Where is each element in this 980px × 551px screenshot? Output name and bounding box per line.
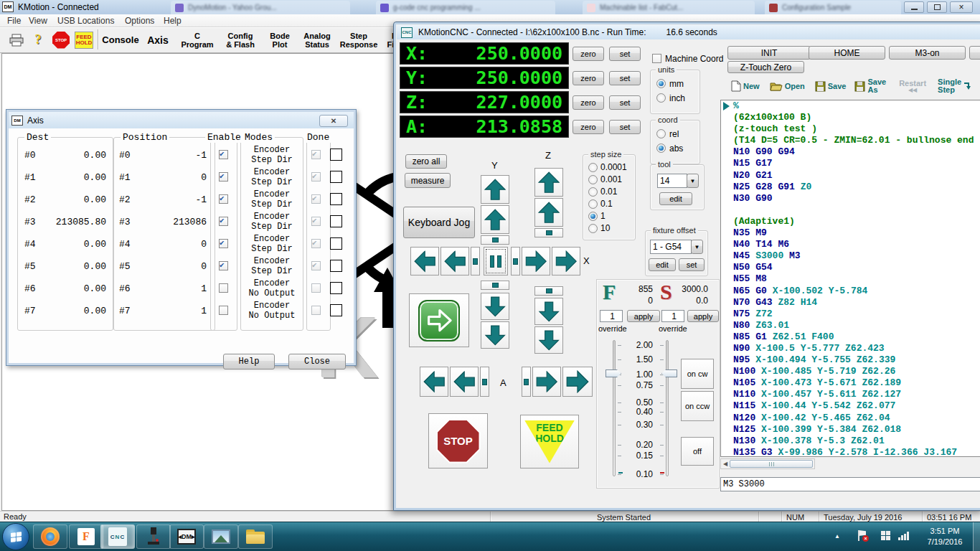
jog-y-plus-fast-button[interactable] bbox=[481, 175, 509, 204]
enable-checkbox[interactable] bbox=[219, 194, 228, 204]
jog-pause-button[interactable] bbox=[484, 247, 508, 276]
network-icon[interactable] bbox=[898, 532, 910, 540]
browser-tab[interactable]: Machinable list - FabCut... bbox=[583, 1, 755, 14]
new-button[interactable]: New bbox=[731, 80, 760, 92]
menu-file[interactable]: File bbox=[4, 15, 24, 27]
toolbar-bode-plot[interactable]: Bode Plot bbox=[264, 29, 296, 51]
init-button[interactable]: INIT bbox=[727, 46, 811, 60]
enable-checkbox[interactable] bbox=[219, 306, 228, 315]
jog-z-plus-slow-button[interactable] bbox=[534, 198, 563, 227]
jog-z-plus-step-button[interactable] bbox=[534, 228, 563, 237]
set-y-button[interactable]: set bbox=[609, 71, 641, 85]
help-button[interactable]: Help bbox=[223, 354, 275, 369]
cycle-start-button[interactable] bbox=[409, 293, 469, 347]
toolbar-analog-status[interactable]: Analog Status bbox=[298, 29, 336, 51]
enable-checkbox[interactable] bbox=[219, 283, 228, 293]
jog-x-minus-slow-button[interactable] bbox=[440, 247, 469, 276]
zero-a-button[interactable]: zero bbox=[573, 120, 604, 134]
zero-z-button[interactable]: zero bbox=[573, 95, 604, 110]
units-mm-radio[interactable] bbox=[656, 79, 666, 88]
jog-x-minus-fast-button[interactable] bbox=[410, 247, 439, 276]
zero-all-button[interactable]: zero all bbox=[405, 154, 447, 169]
tool-dropdown-button[interactable]: ▼ bbox=[687, 174, 699, 188]
spindle-off-button[interactable]: off bbox=[681, 437, 714, 466]
menu-view[interactable]: View bbox=[26, 15, 50, 27]
jog-a-minus-step-button[interactable] bbox=[480, 367, 489, 397]
zero-x-button[interactable]: zero bbox=[573, 47, 604, 61]
enable-checkbox[interactable] bbox=[219, 217, 228, 226]
jog-a-plus-slow-button[interactable] bbox=[532, 367, 561, 397]
z-touch-zero-button[interactable]: Z-Touch Zero bbox=[727, 61, 804, 73]
show-desktop-button[interactable] bbox=[973, 522, 980, 551]
machine-coord-checkbox[interactable] bbox=[652, 54, 661, 63]
toolbar-c-program[interactable]: C Program bbox=[178, 29, 217, 51]
menu-help[interactable]: Help bbox=[161, 15, 184, 27]
jog-y-minus-step-button[interactable] bbox=[481, 281, 509, 290]
browser-tab[interactable]: g-code cnc programming ... bbox=[376, 1, 555, 14]
spindle-on-ccw-button[interactable]: on ccw bbox=[681, 391, 714, 421]
fixture-set-button[interactable]: set bbox=[679, 258, 705, 271]
restart-button[interactable]: Restart ◀◀ bbox=[899, 80, 926, 93]
enable-checkbox[interactable] bbox=[219, 172, 228, 182]
home-button[interactable]: HOME bbox=[809, 46, 885, 60]
taskbar-kmotion-button[interactable]: ◂DM▸ bbox=[169, 524, 204, 549]
gcode-hscrollbar[interactable]: ◀ bbox=[720, 458, 815, 469]
jog-x-plus-fast-button[interactable] bbox=[552, 247, 580, 276]
enable-checkbox[interactable] bbox=[219, 239, 228, 248]
coord-abs-radio[interactable] bbox=[656, 143, 666, 153]
jog-y-minus-slow-button[interactable] bbox=[481, 293, 509, 320]
help-button[interactable]: ? bbox=[30, 29, 46, 51]
menu-usb-locations[interactable]: USB Locations bbox=[55, 15, 117, 27]
jog-a-plus-step-button[interactable] bbox=[522, 367, 531, 397]
jog-y-plus-step-button[interactable] bbox=[481, 235, 509, 245]
axis-dialog-close-button[interactable]: ✕ bbox=[319, 115, 348, 127]
set-a-button[interactable]: set bbox=[609, 120, 641, 134]
save-as-button[interactable]: Save As bbox=[854, 78, 886, 94]
jog-z-minus-fast-button[interactable] bbox=[534, 326, 563, 354]
print-button[interactable] bbox=[7, 29, 26, 51]
jog-z-minus-slow-button[interactable] bbox=[534, 298, 563, 325]
tool-edit-button[interactable]: edit bbox=[659, 192, 692, 205]
windows-update-tray-icon[interactable] bbox=[881, 531, 890, 540]
toolbar-config-flash[interactable]: Config & Flash bbox=[220, 29, 261, 51]
action-center-flag-icon[interactable]: × bbox=[858, 530, 868, 542]
step-0p001-radio[interactable] bbox=[588, 175, 598, 184]
taskbar-photo-viewer-button[interactable] bbox=[204, 524, 238, 549]
step-1-radio[interactable] bbox=[588, 212, 598, 221]
open-button[interactable]: Open bbox=[770, 81, 805, 91]
step-0p1-radio[interactable] bbox=[588, 199, 598, 209]
set-z-button[interactable]: set bbox=[609, 95, 641, 110]
menu-options[interactable]: Options bbox=[122, 15, 157, 27]
single-step-button[interactable]: Single Step bbox=[938, 78, 971, 94]
step-0p0001-radio[interactable] bbox=[588, 163, 598, 172]
step-0p01-radio[interactable] bbox=[588, 187, 598, 197]
jog-z-plus-fast-button[interactable] bbox=[534, 168, 563, 197]
save-button[interactable]: Save bbox=[815, 81, 847, 92]
jog-y-minus-fast-button[interactable] bbox=[481, 321, 509, 349]
maximize-button[interactable] bbox=[927, 1, 947, 13]
browser-tab[interactable]: Configuration Sample bbox=[765, 1, 901, 14]
coord-rel-radio[interactable] bbox=[656, 129, 666, 138]
taskbar-firefox-button[interactable] bbox=[33, 524, 67, 549]
jog-a-minus-fast-button[interactable] bbox=[420, 367, 448, 397]
partial-macro-button[interactable] bbox=[969, 46, 980, 60]
gcode-viewer[interactable]: %(62x100x100 B)(z-touch test )(T14 D=5 C… bbox=[720, 100, 980, 457]
close-button[interactable]: × bbox=[950, 1, 973, 13]
stop-all-button[interactable]: STOP bbox=[50, 29, 72, 51]
feed-hold-button[interactable]: FEED HOLD bbox=[520, 415, 579, 468]
toolbar-console[interactable]: Console bbox=[100, 29, 141, 51]
close-button[interactable]: Close bbox=[288, 354, 346, 369]
taskbar-fusion360-button[interactable]: F bbox=[69, 524, 103, 549]
enable-checkbox[interactable] bbox=[219, 150, 228, 159]
step-10-radio[interactable] bbox=[588, 224, 598, 233]
mdi-input[interactable]: M3 S3000 bbox=[720, 477, 980, 491]
tray-clock-date[interactable]: 7/19/2016 bbox=[921, 537, 969, 546]
jog-y-plus-slow-button[interactable] bbox=[481, 205, 509, 234]
jog-a-plus-fast-button[interactable] bbox=[562, 367, 593, 397]
m3-on-button[interactable]: M3-on bbox=[889, 46, 966, 60]
fixture-edit-button[interactable]: edit bbox=[649, 258, 676, 271]
jog-x-plus-slow-button[interactable] bbox=[522, 247, 550, 276]
spindle-on-cw-button[interactable]: on cw bbox=[681, 359, 714, 389]
taskbar-explorer-button[interactable] bbox=[238, 524, 273, 549]
jog-x-plus-step-button[interactable] bbox=[511, 247, 520, 276]
